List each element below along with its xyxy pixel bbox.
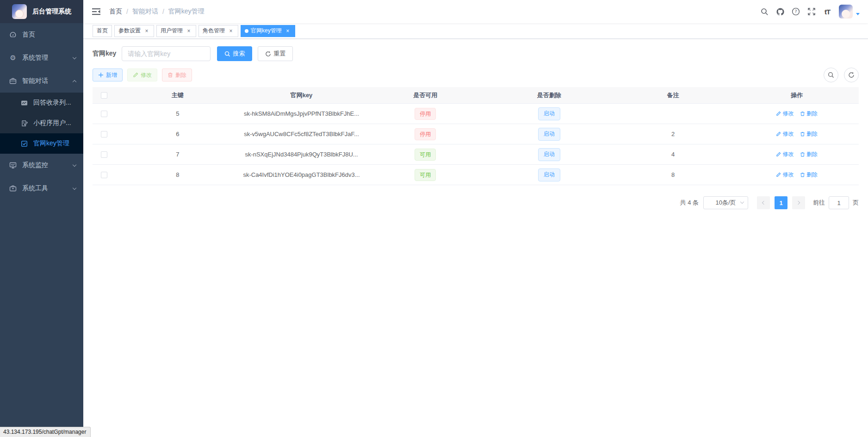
app-logo-image	[12, 4, 27, 19]
sidebar-item-label: 小程序用户...	[33, 119, 71, 127]
cell-id: 7	[116, 151, 240, 158]
close-icon[interactable]: ×	[285, 28, 291, 34]
next-page-button[interactable]	[792, 196, 805, 209]
row-edit-link[interactable]: 修改	[776, 171, 794, 179]
chevron-down-icon	[73, 162, 76, 166]
search-form: 官网key 搜索 重置	[93, 46, 859, 61]
breadcrumb-separator: /	[126, 8, 128, 15]
start-button[interactable]: 启动	[538, 128, 560, 141]
sidebar-item-label: 系统监控	[22, 161, 73, 169]
add-button[interactable]: 新增	[93, 69, 123, 81]
website-key-input[interactable]	[122, 46, 211, 61]
search-field-label: 官网key	[93, 50, 116, 58]
start-button[interactable]: 启动	[538, 148, 560, 161]
reset-button[interactable]: 重置	[258, 46, 293, 61]
tab-role-management[interactable]: 角色管理 ×	[198, 25, 238, 37]
row-delete-link[interactable]: 删除	[800, 171, 818, 179]
refresh-icon[interactable]	[844, 68, 859, 82]
cell-remark: 8	[611, 171, 735, 178]
close-icon[interactable]: ×	[228, 28, 234, 34]
column-header-key: 官网key	[240, 91, 364, 100]
checkbox-icon	[20, 140, 28, 147]
page-content: 官网key 搜索 重置 新增 修改 删除	[83, 39, 868, 209]
edit-form-icon	[20, 119, 28, 127]
row-checkbox[interactable]	[101, 111, 107, 117]
sidebar-menu: 首页 ⚙ 系统管理 智能对话 回答收录列...	[0, 23, 83, 200]
row-edit-link[interactable]: 修改	[776, 110, 794, 118]
sidebar-item-miniprogram-users[interactable]: 小程序用户...	[0, 113, 83, 133]
font-size-icon[interactable]: tT	[819, 0, 835, 23]
cell-remark: 2	[611, 131, 735, 137]
status-badge: 可用	[415, 169, 436, 181]
page-size-select[interactable]: 10条/页	[703, 196, 748, 209]
tab-parameter-settings[interactable]: 参数设置 ×	[114, 25, 154, 37]
sidebar-item-system-management[interactable]: ⚙ 系统管理	[0, 46, 83, 69]
key-table: 主键 官网key 是否可用 是否删除 备注 操作 5 sk-hkSM8AiDmM…	[93, 87, 859, 185]
cell-key: sk-Ca4IvfDi1hYOE4i0pagGT3BlbkFJ6dv3...	[240, 171, 364, 178]
breadcrumb-home[interactable]: 首页	[109, 7, 122, 16]
row-checkbox[interactable]	[101, 131, 107, 137]
search-button[interactable]: 搜索	[217, 46, 252, 61]
sidebar-toggle-icon[interactable]	[92, 7, 101, 16]
column-header-id: 主键	[116, 91, 240, 100]
sidebar-item-system-monitor[interactable]: 系统监控	[0, 154, 83, 177]
avatar[interactable]	[839, 5, 853, 19]
cell-id: 6	[116, 131, 240, 137]
search-icon[interactable]	[756, 0, 772, 23]
caret-down-icon[interactable]	[856, 13, 860, 15]
cell-remark: 4	[611, 151, 735, 158]
table-row: 5 sk-hkSM8AiDmMgsJpjvPPfNT3BlbkFJhE... 停…	[93, 104, 859, 124]
row-checkbox[interactable]	[101, 151, 107, 158]
status-badge: 可用	[415, 149, 436, 161]
pagination-total: 共 4 条	[680, 199, 699, 207]
monitor-icon	[9, 162, 17, 169]
app-logo-bar[interactable]: 后台管理系统	[0, 0, 83, 23]
sidebar-item-smart-chat[interactable]: 智能对话	[0, 69, 83, 93]
fullscreen-icon[interactable]	[804, 0, 819, 23]
chevron-down-icon	[740, 200, 744, 204]
edit-button[interactable]: 修改	[127, 69, 157, 81]
github-icon[interactable]	[772, 0, 788, 23]
app-title: 后台管理系统	[32, 7, 71, 16]
goto-page-input[interactable]	[829, 196, 849, 209]
delete-button[interactable]: 删除	[162, 69, 192, 81]
help-icon[interactable]: ?	[788, 0, 804, 23]
tab-website-key-management[interactable]: 官网key管理 ×	[241, 25, 295, 37]
prev-page-button[interactable]	[757, 196, 770, 209]
breadcrumb: 首页 / 智能对话 / 官网key管理	[109, 7, 756, 16]
tab-user-management[interactable]: 用户管理 ×	[156, 25, 196, 37]
goto-label: 前往	[813, 199, 825, 207]
dashboard-icon	[9, 31, 17, 38]
sidebar-item-system-tools[interactable]: 系统工具	[0, 177, 83, 200]
row-delete-link[interactable]: 删除	[800, 110, 818, 118]
top-navbar: 首页 / 智能对话 / 官网key管理 ? tT	[83, 0, 868, 23]
chevron-left-icon	[762, 201, 766, 205]
toggle-search-icon[interactable]	[824, 68, 838, 82]
sidebar-item-home[interactable]: 首页	[0, 23, 83, 46]
row-edit-link[interactable]: 修改	[776, 150, 794, 158]
start-button[interactable]: 启动	[538, 169, 560, 181]
chevron-up-icon	[73, 80, 76, 83]
row-checkbox[interactable]	[101, 172, 107, 178]
start-button[interactable]: 启动	[538, 107, 560, 120]
table-toolbar: 新增 修改 删除	[93, 68, 859, 82]
select-all-checkbox[interactable]	[101, 92, 107, 99]
column-header-deleted: 是否删除	[487, 91, 611, 100]
tab-home[interactable]: 首页	[93, 25, 112, 37]
sidebar-item-label: 官网key管理	[33, 139, 69, 148]
cell-id: 5	[116, 110, 240, 117]
cell-id: 8	[116, 171, 240, 178]
navbar-actions: ? tT	[756, 0, 860, 23]
sidebar-item-website-key-management[interactable]: 官网key管理	[0, 133, 83, 154]
close-icon[interactable]: ×	[186, 28, 192, 34]
row-delete-link[interactable]: 删除	[800, 130, 818, 138]
row-delete-link[interactable]: 删除	[800, 150, 818, 158]
toolbox-icon	[9, 185, 17, 192]
sidebar-item-answer-records[interactable]: 回答收录列...	[0, 93, 83, 113]
smart-chat-submenu: 回答收录列... 小程序用户... 官网key管理	[0, 93, 83, 154]
page-number-button[interactable]: 1	[775, 196, 787, 209]
close-icon[interactable]: ×	[143, 28, 150, 34]
cell-key: sk-v5wgAUCw8CFc5cf8ZTedT3BlbkFJaF...	[240, 131, 364, 137]
sidebar-item-label: 系统管理	[22, 54, 73, 62]
row-edit-link[interactable]: 修改	[776, 130, 794, 138]
